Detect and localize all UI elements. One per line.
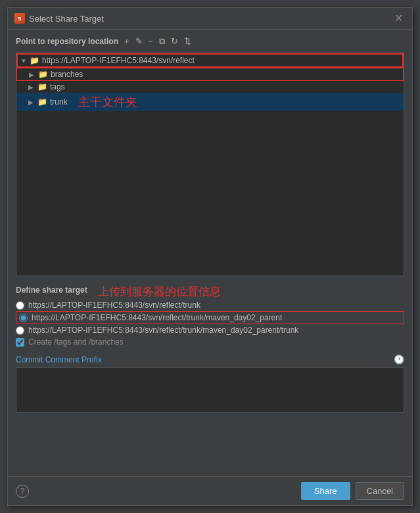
tree-branches-item[interactable]: ▶ 📁 branches [16, 68, 404, 81]
dialog-content: Point to repository location + ✎ − ⧉ ↻ ⇅… [8, 30, 412, 476]
edit-button[interactable]: ✎ [133, 36, 145, 46]
more-button[interactable]: ⇅ [182, 36, 193, 46]
remove-button[interactable]: − [147, 36, 156, 46]
root-label: https://LAPTOP-IF1EFHC5:8443/svn/reflect [42, 56, 195, 65]
title-bar: S Select Share Target ✕ [8, 8, 412, 30]
create-tags-label[interactable]: Create /tags and /branches [28, 337, 124, 347]
expand-arrow-branches: ▶ [29, 71, 35, 78]
radio-opt2-label[interactable]: https://LAPTOP-IF1EFHC5:8443/svn/reflect… [32, 313, 282, 322]
radio-opt1-input[interactable] [16, 301, 24, 310]
radio-opt2-input[interactable] [19, 314, 28, 322]
footer-left: ? [16, 485, 29, 498]
repo-section-header: Point to repository location + ✎ − ⧉ ↻ ⇅ [16, 36, 404, 46]
tags-label: tags [50, 82, 65, 91]
commit-input[interactable] [16, 367, 404, 413]
copy-button[interactable]: ⧉ [157, 36, 167, 46]
define-label: Define share target [16, 285, 87, 295]
expand-arrow-trunk: ▶ [28, 99, 35, 106]
tree-trunk-item[interactable]: ▶ 📁 trunk 主干文件夹 [16, 93, 404, 111]
radio-option-2: https://LAPTOP-IF1EFHC5:8443/svn/reflect… [16, 311, 404, 324]
commit-section: Commit Comment Prefix 🕐 [16, 354, 404, 415]
trunk-label: trunk [50, 97, 68, 107]
dialog-select-share-target: S Select Share Target ✕ Point to reposit… [7, 7, 413, 506]
repository-tree[interactable]: ▼ 📁 https://LAPTOP-IF1EFHC5:8443/svn/ref… [16, 53, 404, 276]
add-button[interactable]: + [122, 36, 131, 46]
folder-icon-trunk: 📁 [37, 97, 47, 107]
define-share-section: Define share target 上传到服务器的位置信息 https://… [16, 284, 404, 348]
radio-opt3-label[interactable]: https://LAPTOP-IF1EFHC5:8443/svn/reflect… [28, 326, 298, 335]
cancel-button[interactable]: Cancel [356, 482, 404, 500]
expand-arrow-root: ▼ [20, 57, 27, 64]
define-header-row: Define share target 上传到服务器的位置信息 [16, 284, 404, 299]
dialog-footer: ? Share Cancel [8, 476, 412, 505]
share-button[interactable]: Share [301, 482, 350, 500]
clock-icon[interactable]: 🕐 [394, 354, 404, 364]
folder-icon-root: 📁 [30, 56, 39, 65]
checkbox-row: Create /tags and /branches [16, 336, 404, 348]
radio-opt1-label[interactable]: https://LAPTOP-IF1EFHC5:8443/svn/reflect… [28, 301, 200, 310]
tree-root-item[interactable]: ▼ 📁 https://LAPTOP-IF1EFHC5:8443/svn/ref… [16, 53, 404, 68]
refresh-button[interactable]: ↻ [169, 36, 180, 46]
dialog-title: Select Share Target [29, 14, 388, 24]
define-annotation: 上传到服务器的位置信息 [98, 284, 221, 299]
expand-arrow-tags: ▶ [28, 84, 35, 91]
app-icon: S [14, 13, 25, 24]
radio-option-1: https://LAPTOP-IF1EFHC5:8443/svn/reflect… [16, 299, 404, 311]
create-tags-checkbox[interactable] [16, 338, 24, 347]
folder-icon-branches: 📁 [38, 70, 48, 79]
tree-tags-item[interactable]: ▶ 📁 tags [16, 81, 404, 93]
footer-right: Share Cancel [301, 482, 404, 500]
repo-toolbar: + ✎ − ⧉ ↻ ⇅ [122, 36, 193, 46]
commit-label-row: Commit Comment Prefix 🕐 [16, 354, 404, 364]
radio-option-3: https://LAPTOP-IF1EFHC5:8443/svn/reflect… [16, 324, 404, 336]
branches-label: branches [51, 70, 83, 79]
commit-label: Commit Comment Prefix [16, 355, 102, 364]
repo-section-label: Point to repository location [16, 37, 118, 46]
radio-opt3-input[interactable] [16, 326, 24, 335]
close-button[interactable]: ✕ [392, 12, 406, 25]
trunk-annotation: 主干文件夹 [78, 94, 137, 110]
help-button[interactable]: ? [16, 485, 29, 498]
folder-icon-tags: 📁 [37, 82, 47, 91]
